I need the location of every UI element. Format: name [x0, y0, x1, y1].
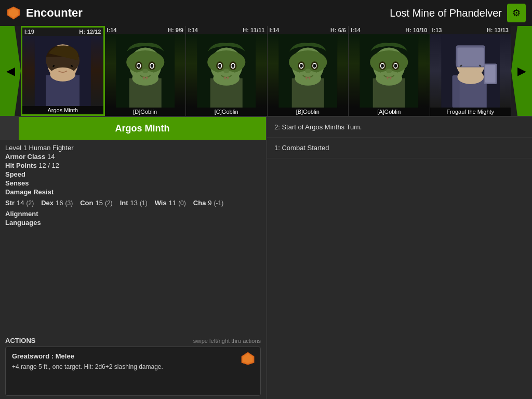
header: Encounter Lost Mine of Phandelver ⚙: [0, 0, 532, 26]
settings-button[interactable]: ⚙: [507, 4, 526, 22]
character-stats: Level 1 Human Fighter Armor Class 14 Hit…: [0, 140, 266, 337]
combatant-card-d_goblin[interactable]: I:14H: 9/9 [D]Goblin: [105, 26, 187, 116]
right-panel: 2: Start of Argos Minths Turn. 1: Combat…: [267, 117, 532, 399]
combatant-card-c_goblin[interactable]: I:14H: 11/11 [C]Goblin: [186, 26, 268, 116]
armor-class-val: 14: [47, 153, 55, 161]
hit-points-line: Hit Points 12 / 12: [5, 162, 261, 169]
dice-icon[interactable]: [241, 351, 255, 366]
svg-point-60: [381, 64, 384, 68]
initiative-a_goblin: I:14: [351, 27, 361, 33]
initiative-d_goblin: I:14: [107, 27, 117, 33]
hp-c_goblin: H: 11/11: [243, 27, 264, 33]
ability-mod-int: (1): [140, 200, 148, 207]
senses-line: Senses: [5, 179, 261, 187]
combatant-stats-a_goblin: I:14H: 10/10: [349, 26, 430, 34]
actions-header: ACTIONS swipe left/right thru actions: [5, 337, 261, 344]
ability-cha: Cha 9 (-1): [193, 199, 223, 207]
svg-point-6: [50, 68, 75, 82]
next-combatant-button[interactable]: ▶: [511, 26, 532, 116]
speed-label: Speed: [5, 170, 25, 178]
ability-name-str: Str: [5, 199, 15, 207]
character-name-bar: Argos Minth: [0, 117, 266, 140]
ability-val-dex: 16: [56, 199, 63, 207]
initiative-b_goblin: I:14: [270, 27, 280, 33]
log-entry-1: 1: Combat Started: [267, 138, 532, 158]
ability-scores: Str 14 (2)Dex 16 (3)Con 15 (2)Int 13 (1)…: [5, 199, 261, 207]
combatant-name-a_goblin: [A]Goblin: [349, 108, 430, 116]
svg-point-33: [232, 64, 235, 68]
ability-wis: Wis 11 (0): [155, 199, 186, 207]
ability-val-str: 14: [17, 199, 24, 207]
combatant-stats-d_goblin: I:14H: 9/9: [105, 26, 186, 34]
hit-points-value: 12 / 12: [38, 162, 59, 169]
ability-val-wis: 11: [169, 199, 176, 207]
ability-str: Str 14 (2): [5, 199, 34, 207]
svg-point-62: [386, 69, 392, 73]
svg-point-48: [305, 69, 311, 73]
prev-combatant-button[interactable]: ◀: [0, 26, 21, 116]
ability-mod-str: (2): [26, 200, 34, 207]
languages-line: Languages: [5, 219, 261, 227]
svg-point-73: [457, 70, 484, 84]
hp-b_goblin: H: 6/6: [330, 27, 346, 33]
svg-point-32: [218, 64, 221, 68]
ability-name-cha: Cha: [193, 199, 206, 207]
svg-line-8: [71, 65, 73, 67]
initiative-frogauf: I:13: [432, 27, 442, 33]
combatant-stats-argos: I:19H: 12/12: [22, 28, 103, 36]
ability-val-cha: 9: [208, 199, 211, 207]
svg-line-75: [479, 65, 481, 66]
alignment-line: Alignment: [5, 210, 261, 218]
portrait-c_goblin: [186, 34, 267, 108]
initiative-bar: ◀ I:19H: 12/12 Argos MinthI:14H: 9/9: [0, 26, 532, 117]
initiative-argos: I:19: [24, 29, 34, 35]
actions-section: ACTIONS swipe left/right thru actions Gr…: [0, 337, 266, 399]
combatant-card-a_goblin[interactable]: I:14H: 10/10 [A]Goblin: [349, 26, 430, 116]
svg-point-18: [137, 64, 140, 68]
main-content: Argos Minth Level 1 Human Fighter Armor …: [0, 117, 532, 399]
ability-mod-wis: (0): [178, 200, 186, 207]
ability-val-con: 15: [95, 199, 102, 207]
ability-mod-dex: (3): [65, 200, 73, 207]
portrait-a_goblin: [349, 34, 430, 108]
hp-a_goblin: H: 10/10: [405, 27, 427, 33]
svg-rect-68: [457, 47, 484, 66]
svg-point-19: [150, 64, 153, 68]
portrait-argos: [22, 36, 103, 106]
combatant-stats-b_goblin: I:14H: 6/6: [268, 26, 349, 34]
character-avatar-box: [0, 117, 19, 140]
combatant-card-b_goblin[interactable]: I:14H: 6/6 [B]Goblin: [268, 26, 349, 116]
ability-name-int: Int: [120, 199, 128, 207]
ability-dex: Dex 16 (3): [41, 199, 73, 207]
combatant-name-frogauf: Frogauf the Mighty: [430, 108, 511, 116]
damage-resist-line: Damage Resist: [5, 188, 261, 196]
swipe-hint: swipe left/right thru actions: [193, 338, 261, 344]
ability-mod-cha: (-1): [214, 200, 224, 207]
action-card[interactable]: Greatsword : Melee +4,range 5 ft., one t…: [5, 347, 261, 396]
ability-val-int: 13: [130, 199, 138, 207]
combatant-card-frogauf[interactable]: I:13H: 13/13 Frogauf the Mighty: [430, 26, 512, 116]
character-name-label: Argos Minth: [19, 117, 266, 140]
ability-name-wis: Wis: [155, 199, 167, 207]
senses-label: Senses: [5, 179, 29, 187]
portrait-d_goblin: [105, 34, 186, 108]
ability-con: Con 15 (2): [80, 199, 112, 207]
portrait-frogauf: [430, 34, 511, 108]
header-right: Lost Mine of Phandelver ⚙: [390, 4, 526, 22]
combatants-row: I:19H: 12/12 Argos MinthI:14H: 9/9: [21, 26, 511, 116]
svg-point-47: [313, 64, 316, 68]
hp-argos: H: 12/12: [79, 29, 101, 35]
header-left: Encounter: [6, 6, 83, 20]
combatant-name-d_goblin: [D]Goblin: [105, 108, 186, 116]
ability-name-con: Con: [80, 199, 93, 207]
svg-point-61: [394, 64, 397, 68]
combatant-card-argos[interactable]: I:19H: 12/12 Argos Minth: [21, 26, 105, 116]
shield-icon: [6, 6, 21, 20]
languages-label: Languages: [5, 219, 41, 227]
combatant-stats-c_goblin: I:14H: 11/11: [186, 26, 267, 34]
combatant-stats-frogauf: I:13H: 13/13: [430, 26, 511, 34]
left-panel: Argos Minth Level 1 Human Fighter Armor …: [0, 117, 267, 399]
initiative-c_goblin: I:14: [188, 27, 198, 33]
hp-d_goblin: H: 9/9: [168, 27, 183, 33]
combatant-name-b_goblin: [B]Goblin: [268, 108, 349, 116]
